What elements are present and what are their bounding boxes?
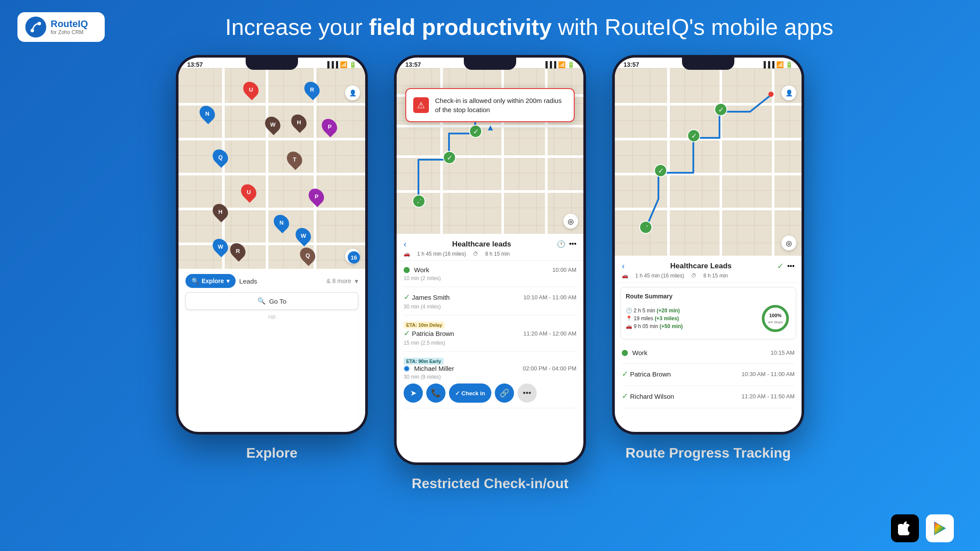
apple-store-badge[interactable] xyxy=(891,514,919,542)
road-v2 xyxy=(266,68,268,269)
signal-icon-3: ▐▐▐ xyxy=(761,61,774,68)
back-button-2[interactable]: ‹ xyxy=(404,239,407,249)
road-v1 xyxy=(222,68,225,269)
stop3-name-patrica: Patrica Brown xyxy=(630,370,671,378)
time-plus: (+20 min) xyxy=(657,308,680,314)
route-item3-patrica-header: ✓ Patrica Brown 10:30 AM - 11:00 AM xyxy=(622,369,795,379)
green-pin3-3: ✓ xyxy=(687,129,700,142)
logo-text: RouteIQ for Zoho CRM xyxy=(51,19,88,35)
phone-label-1: Explore xyxy=(246,445,297,461)
route-header-3: ‹ Healthcare Leads ✓ ••• 🚗 1 h 45 min (1… xyxy=(615,256,802,283)
route-meta-2: 🚗 1 h 45 min (16 miles) ⏱ 8 h 15 min xyxy=(404,251,576,257)
green-pin3-2: ✓ xyxy=(654,164,667,177)
routeiq-logo-icon xyxy=(25,17,46,38)
route-item-patricia-header: ✓ Patricia Brown 11:20 AM - 12:00 AM xyxy=(404,329,576,338)
route-item-james: ✓ James Smith 10:10 AM - 11:00 AM 30 min… xyxy=(404,287,576,315)
more-btn[interactable]: ••• xyxy=(517,383,537,403)
phone-notch-2 xyxy=(464,58,516,70)
leads-text: Leads xyxy=(239,277,257,285)
route-item-james-header: ✓ James Smith 10:10 AM - 11:00 AM xyxy=(404,292,576,302)
goto-button[interactable]: 🔍 Go To xyxy=(185,292,358,310)
phone1-bottom: 🔍 Explore ▾ Leads & 8 more ▾ 🔍 Go To Hil… xyxy=(178,269,365,325)
goto-icon: 🔍 xyxy=(257,297,266,305)
phone-notch-3 xyxy=(682,58,734,70)
logo-sub: for Zoho CRM xyxy=(51,29,88,35)
check-circle-icon: ✓ xyxy=(777,261,784,271)
route-item3-work: Work 10:15 AM xyxy=(622,344,795,364)
explore-button[interactable]: 🔍 Explore ▾ xyxy=(185,274,236,288)
stop-name-michael: Michael Miller xyxy=(414,365,454,372)
explore-chevron: ▾ xyxy=(226,277,230,284)
route-header-top-2: ‹ Healthcare leads 🕐 ••• xyxy=(404,239,576,249)
pin-stop3: ✓ xyxy=(469,125,482,138)
road-h5 xyxy=(178,243,365,245)
checkin-alert: ⚠ Check-in is allowed only within 200m r… xyxy=(405,88,575,122)
battery-icon-1: 🔋 xyxy=(349,61,356,68)
stop3-time-patrica: 10:30 AM - 11:00 AM xyxy=(742,371,795,377)
stop-name-james: James Smith xyxy=(412,294,450,301)
route-duration-2: 1 h 45 min (16 miles) xyxy=(417,251,466,257)
stop3-name-richard: Richard Wilson xyxy=(630,393,674,400)
clock-stat-icon: 🕐 xyxy=(626,308,632,314)
eta-patricia: ETA: 10m Delay xyxy=(404,322,445,329)
check-james: ✓ xyxy=(404,292,410,302)
route-list-3: Work 10:15 AM ✓ Patrica Brown 10:30 AM -… xyxy=(615,344,802,408)
goto-label: Go To xyxy=(269,298,287,305)
route-title-2: Healthcare leads xyxy=(452,240,511,249)
stop-dist-michael: 30 min (9 miles) xyxy=(404,374,576,380)
action-buttons-michael: ➤ 📞 ✓ Check in 🔗 ••• xyxy=(404,383,576,403)
route-item-patricia: ETA: 10m Delay ✓ Patricia Brown 11:20 AM… xyxy=(404,315,576,352)
route-summary-title: Route Summary xyxy=(626,293,791,300)
location-btn-3[interactable]: ◎ xyxy=(781,236,796,250)
green-pin3-4: ✓ xyxy=(714,103,727,116)
phone-explore-frame: 13:57 ▐▐▐ 📶 🔋 xyxy=(176,55,368,435)
route-header-2: ‹ Healthcare leads 🕐 ••• 🚗 1 h 45 min (1… xyxy=(397,234,583,261)
wifi-icon-3: 📶 xyxy=(776,61,784,68)
route-item-michael: ETA: 90m Early Michael Miller 02:00 PM -… xyxy=(404,352,576,408)
signal-icon-2: ▐▐▐ xyxy=(543,61,556,68)
wifi-icon-2: 📶 xyxy=(558,61,565,68)
stop-time-james: 10:10 AM - 11:00 AM xyxy=(524,294,576,301)
checkin-btn[interactable]: ✓ Check in xyxy=(449,383,491,403)
stop-time-work: 10:00 AM xyxy=(552,267,576,273)
route-actions-2: 🕐 ••• xyxy=(557,240,576,248)
phone-checkin-frame: 13:57 ▐▐▐ 📶 🔋 ⚠ Check-in is allowed only… xyxy=(394,55,586,465)
svg-point-2 xyxy=(38,22,41,25)
stat-drive: 🚗 9 h 05 min (+50 min) xyxy=(626,323,683,329)
avatar-button-1[interactable]: 👤 xyxy=(345,86,360,100)
link-btn[interactable]: 🔗 xyxy=(495,383,514,403)
explore-label: Explore xyxy=(202,277,224,284)
dist-stat-icon: 📍 xyxy=(626,315,632,322)
hill-text: Hill xyxy=(185,314,358,320)
svg-point-0 xyxy=(25,17,46,38)
nav-btn[interactable]: ➤ xyxy=(404,383,423,403)
phones-container: 13:57 ▐▐▐ 📶 🔋 xyxy=(0,46,980,492)
svg-marker-12 xyxy=(935,522,945,534)
map-grid-1 xyxy=(178,68,365,269)
header-title-bold: field productivity xyxy=(369,14,552,40)
phone-checkin-screen: 13:57 ▐▐▐ 📶 🔋 ⚠ Check-in is allowed only… xyxy=(397,58,583,462)
green-dot-3 xyxy=(643,226,648,230)
back-button-3[interactable]: ‹ xyxy=(622,261,625,271)
logo-name: RouteIQ xyxy=(51,19,88,29)
route-summary-content: 🕐 2 h 5 min (+20 min) 📍 19 miles (+3 mil… xyxy=(626,303,791,334)
svg-point-1 xyxy=(31,29,34,32)
stat-time: 🕐 2 h 5 min (+20 min) xyxy=(626,308,683,314)
road-h4 xyxy=(178,208,365,210)
stat-distance: 📍 19 miles (+3 miles) xyxy=(626,315,683,322)
dist-plus: (+3 miles) xyxy=(654,315,679,322)
status-time-3: 13:57 xyxy=(624,61,639,68)
play-store-badge[interactable] xyxy=(926,514,954,542)
check3-patrica: ✓ xyxy=(622,369,628,379)
phone-progress-frame: 13:57 ▐▐▐ 📶 🔋 xyxy=(612,55,804,435)
drive-stat-icon: 🚗 xyxy=(626,323,632,329)
phone-btn[interactable]: 📞 xyxy=(426,383,445,403)
location-btn-2[interactable]: ◎ xyxy=(563,214,578,229)
phone-progress-screen: 13:57 ▐▐▐ 📶 🔋 xyxy=(615,58,802,432)
route-actions-3: ✓ ••• xyxy=(777,261,795,271)
road-h3 xyxy=(178,173,365,175)
avatar-button-3[interactable]: 👤 xyxy=(781,86,796,100)
map-explore: U R N W H P xyxy=(178,68,365,269)
logo-area: RouteIQ for Zoho CRM xyxy=(17,12,105,42)
route-car-icon-2: 🚗 xyxy=(404,251,410,257)
